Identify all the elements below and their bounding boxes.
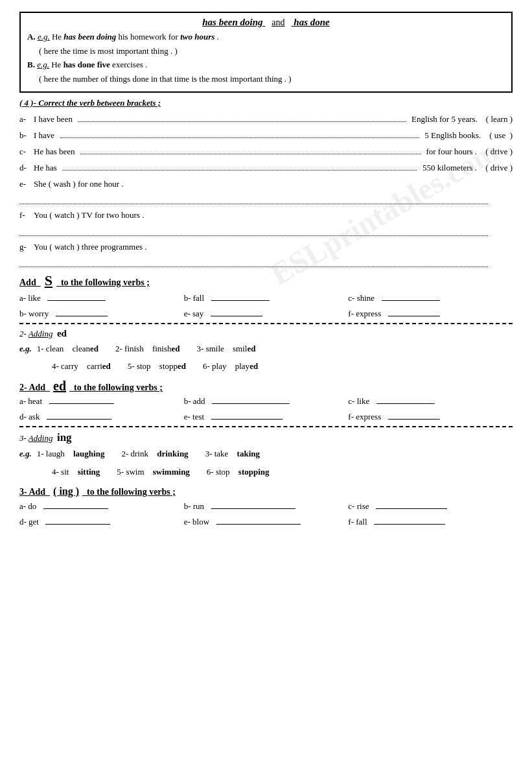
label-blow: e- blow: [184, 517, 214, 527]
eg-finish: 2- finish finished: [115, 341, 180, 356]
add-ed-row2: d- ask e- test f- express: [19, 412, 513, 422]
eg-row-ed2: 4- carry carried 5- stop stopped 6- play…: [52, 359, 513, 373]
ex4-b-paren: ( use ): [489, 128, 513, 143]
ex4-item-b: b- I have 5 English books. ( use ): [19, 128, 513, 143]
adding-ing-word: ing: [57, 431, 72, 444]
add-s-header: Add S to the following verbs ;: [19, 272, 513, 289]
add-s-shine: c- shine: [348, 293, 513, 303]
blank-say[interactable]: [211, 316, 262, 316]
ex4-a-pre: I have been: [34, 112, 76, 126]
add-ing-blow: e- blow: [184, 517, 349, 527]
blank-fall[interactable]: [211, 300, 270, 301]
add-ed-express: f- express: [348, 412, 513, 422]
add-ing-header: 3- Add ( ing ) to the following verbs ;: [19, 486, 513, 497]
eg-row-ed1: e.g. 1- clean cleaned 2- finish finished…: [19, 341, 513, 356]
ex4-f-answer-line: [19, 225, 513, 236]
eg-smile: 3- smile smiled: [197, 341, 256, 356]
add-ed-add: b- add: [184, 396, 349, 407]
eg-sit: 4- sit sitting: [52, 464, 100, 479]
blank-get[interactable]: [45, 524, 110, 525]
add-s-fall: b- fall: [184, 293, 349, 303]
box-line-a-paren: ( here the time is most important thing …: [39, 45, 505, 58]
adding-ing-section: 3- Adding ing e.g. 1- laugh laughing 2- …: [19, 431, 513, 479]
blank-ask[interactable]: [47, 419, 111, 420]
adding-ing-title: 3- Adding ing: [19, 431, 513, 444]
ex4-c-blank[interactable]: [80, 154, 421, 154]
ex4-item-c: c- He has been for four hours . ( drive …: [19, 145, 513, 159]
eg-drink: 2- drink drinking: [121, 446, 188, 461]
add-ing-row2: d- get e- blow f- fall: [19, 517, 513, 527]
add-ed-row1: a- heat b- add c- like: [19, 396, 513, 407]
blank-heat[interactable]: [49, 403, 114, 404]
ex4-a-mid: English for 5 years.: [408, 112, 486, 126]
ex4-c-label: c-: [19, 145, 34, 159]
label-fall2: f- fall: [348, 517, 371, 527]
ex4-item-e: e- She ( wash ) for one hour .: [19, 177, 513, 191]
blank-worry[interactable]: [56, 316, 108, 316]
ex4-c-mid: for four hours .: [422, 145, 485, 159]
ex4-item-f: f- You ( watch ) TV for two hours .: [19, 208, 513, 222]
adding-ed-section: 2- Adding ed e.g. 1- clean cleaned 2- fi…: [19, 328, 513, 374]
ex4-item-a: a- I have been English for 5 years. ( le…: [19, 112, 513, 126]
label-like2: c- like: [348, 396, 373, 407]
title-part1: has been doing: [202, 17, 262, 27]
label-b: B.: [27, 60, 37, 69]
adding-ed-num: 2-: [19, 329, 29, 338]
add-s-row1: a- like b- fall c- shine: [19, 293, 513, 303]
ex4-g-answer-line: [19, 256, 513, 267]
blank-rise[interactable]: [376, 508, 447, 509]
add-ed-ask: d- ask: [19, 412, 184, 422]
blank-test[interactable]: [211, 419, 283, 420]
add-ed-header: 2- Add ed to the following verbs ;: [19, 379, 513, 394]
ex4-item-g: g- You ( watch ) three programmes .: [19, 240, 513, 254]
add-ing-rise: c- rise: [348, 501, 513, 512]
label-do: a- do: [19, 501, 41, 512]
eg-label-ed: e.g.: [19, 341, 32, 356]
ex4-a-blank[interactable]: [78, 121, 406, 122]
eg-b: e.g.: [37, 60, 49, 69]
eg-laugh: 1- laugh laughing: [37, 446, 105, 461]
blank-like[interactable]: [47, 300, 106, 301]
label-like: a- like: [19, 293, 45, 303]
ex4-b-blank[interactable]: [60, 137, 419, 138]
eg-play: 6- play played: [203, 359, 258, 373]
box-a-paren: ( here the time is most important thing …: [39, 46, 178, 56]
blank-shine[interactable]: [382, 300, 440, 301]
blank-do[interactable]: [43, 508, 108, 509]
add-ing-get: d- get: [19, 517, 184, 527]
title-line: has been doing and has done: [27, 17, 505, 28]
ex4-f-label: f-: [19, 208, 34, 222]
label-heat: a- heat: [19, 396, 47, 407]
blank-express2[interactable]: [388, 419, 440, 420]
box-line-b: B. e.g. He has done five exercises .: [27, 58, 505, 71]
label-a: A.: [27, 32, 38, 41]
label-express: f- express: [348, 309, 385, 319]
blank-run[interactable]: [211, 508, 295, 509]
blank-add[interactable]: [212, 403, 290, 404]
add-s-pre: Add: [19, 278, 41, 288]
ex4-e-text: She ( wash ) for one hour .: [34, 177, 124, 191]
ex4-item-d: d- He has 550 kilometers . ( drive ): [19, 161, 513, 175]
label-shine: c- shine: [348, 293, 378, 303]
ex4-b-label: b-: [19, 128, 34, 143]
eg-a: e.g.: [38, 32, 50, 41]
label-get: d- get: [19, 517, 43, 527]
section4-title: ( 4 )- Correct the verb between brackets…: [19, 98, 161, 108]
ex4-a-label: a-: [19, 112, 34, 126]
eg-row-ing2: 4- sit sitting 5- swim swimming 6- stop …: [52, 464, 513, 479]
box-line-b-paren: ( here the number of things done in that…: [39, 73, 505, 86]
ex4-d-blank[interactable]: [62, 170, 417, 171]
blank-express1[interactable]: [388, 316, 440, 316]
adding-title-ing: Adding: [29, 433, 53, 443]
blank-fall2[interactable]: [374, 524, 445, 525]
ed-letter: ed: [53, 379, 66, 394]
adding-ed-word: ed: [57, 328, 67, 338]
blank-like2[interactable]: [376, 403, 435, 404]
label-express2: f- express: [348, 412, 385, 422]
label-fall: b- fall: [184, 293, 209, 303]
grammar-box: has been doing and has done A. e.g. He h…: [19, 12, 513, 93]
exercise4-section: a- I have been English for 5 years. ( le…: [19, 112, 513, 267]
add-ing-pre: 3- Add: [19, 487, 50, 497]
blank-blow[interactable]: [216, 524, 301, 525]
add-ing-row1: a- do b- run c- rise: [19, 501, 513, 512]
